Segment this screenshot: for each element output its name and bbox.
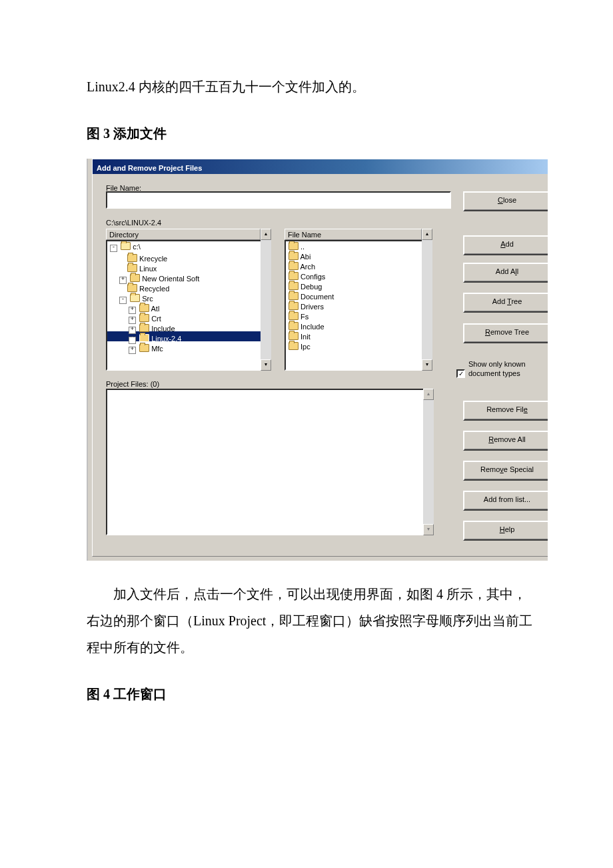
project-scrollbar[interactable] (423, 400, 434, 524)
list-item[interactable]: Document (286, 291, 431, 301)
screenshot-dialog: Add and Remove Project Files File Name: … (87, 159, 548, 561)
add-all-button[interactable]: Add All (463, 263, 548, 283)
list-item[interactable]: Arch (286, 261, 431, 271)
folder-icon (127, 284, 137, 292)
figure-3-caption: 图 3 添加文件 (87, 120, 533, 147)
folder-icon (289, 342, 299, 350)
project-files-list[interactable] (106, 389, 434, 535)
dialog-title: Add and Remove Project Files (93, 159, 548, 174)
list-item[interactable]: Fs (286, 311, 431, 321)
folder-icon (289, 322, 299, 330)
folder-icon (130, 274, 140, 282)
folder-icon (289, 302, 299, 310)
tree-item[interactable]: Linux (107, 261, 270, 271)
add-from-list-button[interactable]: Add from list... (463, 491, 548, 511)
tree-item[interactable]: - Src (107, 291, 270, 301)
folder-icon (289, 262, 299, 270)
list-item[interactable]: Drivers (286, 301, 431, 311)
folder-icon (139, 304, 149, 312)
folder-icon (289, 272, 299, 280)
project-scroll-down[interactable]: ▾ (423, 524, 434, 535)
help-button[interactable]: Help (463, 521, 548, 541)
file-list[interactable]: .. Abi Arch Configs Debug Document Drive… (285, 240, 432, 371)
folder-icon (130, 294, 140, 302)
list-item[interactable]: Debug (286, 281, 431, 291)
show-only-checkbox[interactable]: ✓ (456, 369, 465, 378)
list-item[interactable]: Ipc (286, 341, 431, 351)
remove-special-button[interactable]: Remove Special (463, 461, 548, 481)
tree-item[interactable]: Recycled (107, 281, 270, 291)
filelist-column-header[interactable]: File Name (285, 229, 422, 240)
show-only-label: Show only known document types (468, 359, 548, 378)
filelist-scroll-up[interactable]: ▴ (422, 229, 432, 240)
current-path-label: C:\src\LINUX-2.4 (106, 215, 161, 230)
list-item[interactable]: .. (286, 241, 431, 251)
remove-tree-button[interactable]: Remove Tree (463, 323, 548, 343)
folder-icon (289, 242, 299, 250)
file-name-input[interactable] (106, 191, 451, 209)
folder-icon (289, 282, 299, 290)
remove-all-button[interactable]: Remove All (463, 431, 548, 451)
folder-icon (127, 264, 137, 272)
tree-scroll-down[interactable]: ▾ (261, 359, 271, 371)
figure-4-caption: 图 4 工作窗口 (87, 681, 533, 707)
tree-item[interactable]: + New Oriental Soft (107, 271, 270, 281)
close-button[interactable]: Close (463, 191, 548, 211)
directory-column-header[interactable]: Directory (106, 229, 261, 240)
directory-tree[interactable]: - c:\ Krecycle Linux+ New Oriental Soft … (106, 240, 271, 371)
add-button[interactable]: Add (463, 235, 548, 255)
folder-icon (289, 312, 299, 320)
folder-icon (139, 344, 149, 352)
filelist-scroll-down[interactable]: ▾ (422, 359, 432, 371)
tree-item[interactable]: + Atl (107, 301, 270, 311)
folder-icon (289, 332, 299, 340)
intro-line: Linux2.4 内核的四千五百九十一个文件加入的。 (87, 73, 533, 100)
filelist-scrollbar[interactable] (422, 240, 432, 359)
remove-file-button[interactable]: Remove File (463, 401, 548, 421)
folder-icon (121, 242, 131, 250)
tree-scrollbar[interactable] (261, 240, 271, 359)
list-item[interactable]: Include (286, 321, 431, 331)
tree-item[interactable]: Krecycle (107, 251, 270, 261)
after-paragraph: 加入文件后，点击一个文件，可以出现使用界面，如图 4 所示，其中，右边的那个窗口… (87, 581, 533, 661)
folder-icon (127, 254, 137, 262)
folder-icon (289, 292, 299, 300)
folder-icon (139, 314, 149, 322)
list-item[interactable]: Init (286, 331, 431, 341)
project-scroll-up[interactable]: ▴ (423, 389, 434, 400)
tree-scroll-up[interactable]: ▴ (261, 229, 271, 240)
folder-icon (139, 324, 149, 332)
folder-icon (289, 252, 299, 260)
tree-item[interactable]: - c:\ (107, 241, 270, 251)
folder-icon (139, 334, 149, 342)
list-item[interactable]: Abi (286, 251, 431, 261)
list-item[interactable]: Configs (286, 271, 431, 281)
add-tree-button[interactable]: Add Tree (463, 293, 548, 313)
